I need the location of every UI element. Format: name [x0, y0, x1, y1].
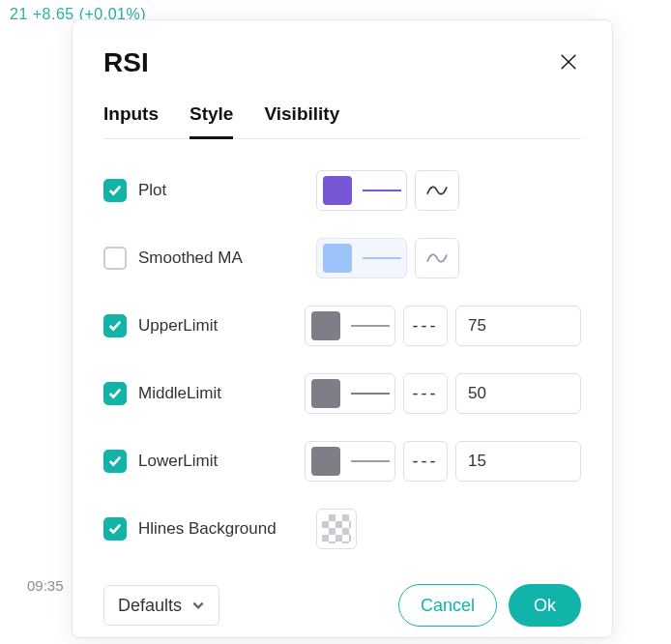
color-swatch-plot	[323, 176, 352, 205]
dialog-title: RSI	[103, 47, 149, 78]
color-line-picker-plot[interactable]	[316, 170, 407, 211]
line-preview-lowerlimit	[346, 456, 394, 466]
tab-bar: Inputs Style Visibility	[103, 103, 581, 139]
line-preview-middlelimit	[346, 389, 394, 398]
check-icon	[108, 184, 122, 197]
dash-style-button-lowerlimit[interactable]: ---	[403, 441, 448, 482]
label-middlelimit: MiddleLimit	[138, 384, 221, 403]
tab-style[interactable]: Style	[190, 103, 233, 139]
checkbox-middlelimit[interactable]	[103, 382, 127, 405]
row-middlelimit: MiddleLimit ---	[103, 373, 581, 414]
color-swatch-upperlimit	[311, 311, 340, 340]
tab-visibility[interactable]: Visibility	[264, 103, 339, 139]
color-swatch-middlelimit	[311, 379, 340, 408]
color-line-picker-smoothed-ma[interactable]	[316, 238, 407, 278]
label-smoothed-ma: Smoothed MA	[138, 249, 243, 268]
check-icon	[108, 387, 122, 400]
line-style-button-plot[interactable]	[415, 170, 459, 211]
checkbox-smoothed-ma[interactable]	[103, 247, 127, 270]
value-input-middlelimit[interactable]	[455, 373, 581, 414]
checkbox-upperlimit[interactable]	[103, 314, 127, 337]
color-line-picker-upperlimit[interactable]	[305, 306, 395, 346]
defaults-dropdown[interactable]: Defaults	[103, 585, 219, 626]
wave-icon	[426, 251, 448, 265]
row-plot: Plot	[103, 170, 581, 211]
ok-button[interactable]: Ok	[509, 584, 581, 627]
value-input-lowerlimit[interactable]	[455, 441, 581, 482]
label-plot: Plot	[138, 181, 166, 200]
check-icon	[108, 522, 122, 536]
line-style-button-smoothed-ma[interactable]	[415, 238, 459, 278]
row-hlines-background: Hlines Background	[103, 509, 581, 549]
line-preview-smoothed-ma	[358, 253, 406, 263]
label-upperlimit: UpperLimit	[138, 316, 218, 336]
row-smoothed-ma: Smoothed MA	[103, 238, 581, 278]
transparency-checker-icon	[322, 514, 351, 543]
defaults-label: Defaults	[118, 596, 182, 616]
close-icon	[558, 51, 579, 73]
check-icon	[108, 454, 122, 468]
value-input-upperlimit[interactable]	[455, 306, 581, 346]
checkbox-lowerlimit[interactable]	[103, 450, 127, 473]
checkbox-hlines-background[interactable]	[103, 517, 127, 541]
line-preview-plot	[358, 186, 406, 195]
checkbox-plot[interactable]	[103, 179, 127, 202]
wave-icon	[426, 184, 448, 197]
cancel-button[interactable]: Cancel	[398, 584, 497, 627]
label-hlines-background: Hlines Background	[138, 519, 277, 539]
row-lowerlimit: LowerLimit ---	[103, 441, 581, 482]
close-button[interactable]	[556, 50, 581, 75]
color-picker-hlines-background[interactable]	[316, 509, 357, 549]
color-swatch-lowerlimit	[311, 447, 340, 476]
color-swatch-smoothed-ma	[323, 244, 352, 273]
check-icon	[108, 319, 122, 333]
color-line-picker-middlelimit[interactable]	[305, 373, 395, 414]
dash-style-button-middlelimit[interactable]: ---	[403, 373, 448, 414]
color-line-picker-lowerlimit[interactable]	[305, 441, 395, 482]
rsi-settings-dialog: RSI Inputs Style Visibility Plot	[72, 19, 613, 638]
row-upperlimit: UpperLimit ---	[103, 306, 581, 346]
line-preview-upperlimit	[346, 321, 394, 331]
label-lowerlimit: LowerLimit	[138, 452, 218, 471]
time-axis-tick: 09:35	[27, 577, 64, 594]
dash-style-button-upperlimit[interactable]: ---	[403, 306, 448, 346]
chevron-down-icon	[191, 599, 205, 612]
tab-inputs[interactable]: Inputs	[103, 103, 159, 139]
